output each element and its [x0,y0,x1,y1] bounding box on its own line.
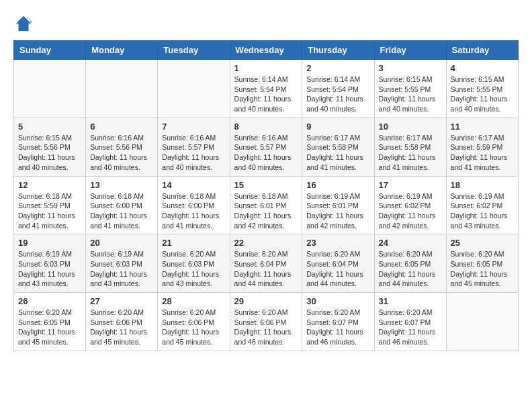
calendar-cell [86,60,158,118]
day-number: 4 [451,63,514,73]
day-info: Sunrise: 6:20 AM Sunset: 6:06 PM Dayligh… [234,308,298,347]
day-number: 15 [234,180,298,190]
day-number: 21 [162,238,225,248]
day-number: 7 [162,122,225,132]
calendar-cell: 23Sunrise: 6:20 AM Sunset: 6:04 PM Dayli… [302,234,374,293]
calendar-table: SundayMondayTuesdayWednesdayThursdayFrid… [13,40,519,351]
day-number: 3 [379,63,442,73]
day-info: Sunrise: 6:18 AM Sunset: 6:01 PM Dayligh… [234,191,298,231]
calendar-cell [446,293,518,351]
calendar-week-row: 19Sunrise: 6:19 AM Sunset: 6:03 PM Dayli… [14,234,519,293]
weekday-header: Monday [86,41,158,60]
day-info: Sunrise: 6:17 AM Sunset: 5:59 PM Dayligh… [451,133,514,173]
calendar-cell: 14Sunrise: 6:18 AM Sunset: 6:00 PM Dayli… [158,176,230,234]
calendar-cell: 1Sunrise: 6:14 AM Sunset: 5:54 PM Daylig… [230,60,302,118]
day-number: 18 [451,180,514,190]
day-info: Sunrise: 6:17 AM Sunset: 5:58 PM Dayligh… [379,133,442,173]
day-number: 19 [18,238,81,248]
day-info: Sunrise: 6:20 AM Sunset: 6:04 PM Dayligh… [306,249,369,289]
day-info: Sunrise: 6:15 AM Sunset: 5:55 PM Dayligh… [379,75,442,114]
day-info: Sunrise: 6:18 AM Sunset: 6:00 PM Dayligh… [162,191,225,231]
day-info: Sunrise: 6:19 AM Sunset: 6:03 PM Dayligh… [90,249,153,289]
calendar-cell: 15Sunrise: 6:18 AM Sunset: 6:01 PM Dayli… [230,176,302,234]
calendar-cell: 26Sunrise: 6:20 AM Sunset: 6:05 PM Dayli… [14,293,86,351]
day-number: 8 [234,122,298,132]
calendar-cell [14,60,86,118]
day-number: 27 [90,296,153,306]
day-number: 6 [90,122,153,132]
day-info: Sunrise: 6:18 AM Sunset: 5:59 PM Dayligh… [18,191,81,231]
calendar-cell: 13Sunrise: 6:18 AM Sunset: 6:00 PM Dayli… [86,176,158,234]
day-number: 20 [90,238,153,248]
calendar-cell: 3Sunrise: 6:15 AM Sunset: 5:55 PM Daylig… [374,60,446,118]
calendar-cell: 30Sunrise: 6:20 AM Sunset: 6:07 PM Dayli… [302,293,374,351]
day-info: Sunrise: 6:20 AM Sunset: 6:06 PM Dayligh… [90,308,153,347]
calendar-week-row: 5Sunrise: 6:15 AM Sunset: 5:56 PM Daylig… [14,118,519,176]
logo-icon [13,13,34,34]
calendar-cell: 16Sunrise: 6:19 AM Sunset: 6:01 PM Dayli… [302,176,374,234]
calendar-cell: 12Sunrise: 6:18 AM Sunset: 5:59 PM Dayli… [14,176,86,234]
weekday-header: Saturday [446,41,518,60]
day-number: 9 [306,122,369,132]
day-number: 30 [306,296,369,306]
day-info: Sunrise: 6:15 AM Sunset: 5:56 PM Dayligh… [18,133,81,173]
day-info: Sunrise: 6:19 AM Sunset: 6:03 PM Dayligh… [18,249,81,289]
day-number: 2 [306,63,369,73]
day-number: 1 [234,63,298,73]
day-info: Sunrise: 6:14 AM Sunset: 5:54 PM Dayligh… [234,75,298,114]
day-info: Sunrise: 6:19 AM Sunset: 6:01 PM Dayligh… [306,191,369,231]
day-number: 13 [90,180,153,190]
calendar-cell: 9Sunrise: 6:17 AM Sunset: 5:58 PM Daylig… [302,118,374,176]
day-info: Sunrise: 6:19 AM Sunset: 6:02 PM Dayligh… [451,191,514,231]
weekday-header: Sunday [14,41,86,60]
day-number: 22 [234,238,298,248]
calendar-cell: 25Sunrise: 6:20 AM Sunset: 6:05 PM Dayli… [446,234,518,293]
calendar-cell: 21Sunrise: 6:20 AM Sunset: 6:03 PM Dayli… [158,234,230,293]
day-info: Sunrise: 6:20 AM Sunset: 6:05 PM Dayligh… [18,308,81,347]
calendar-cell [158,60,230,118]
day-info: Sunrise: 6:16 AM Sunset: 5:57 PM Dayligh… [234,133,298,173]
day-info: Sunrise: 6:20 AM Sunset: 6:07 PM Dayligh… [379,308,442,347]
calendar-week-row: 1Sunrise: 6:14 AM Sunset: 5:54 PM Daylig… [14,60,519,118]
day-info: Sunrise: 6:20 AM Sunset: 6:07 PM Dayligh… [306,308,369,347]
day-info: Sunrise: 6:18 AM Sunset: 6:00 PM Dayligh… [90,191,153,231]
day-info: Sunrise: 6:16 AM Sunset: 5:56 PM Dayligh… [90,133,153,173]
calendar-cell: 24Sunrise: 6:20 AM Sunset: 6:05 PM Dayli… [374,234,446,293]
day-info: Sunrise: 6:20 AM Sunset: 6:05 PM Dayligh… [379,249,442,289]
calendar-week-row: 12Sunrise: 6:18 AM Sunset: 5:59 PM Dayli… [14,176,519,234]
day-number: 11 [451,122,514,132]
calendar-cell: 31Sunrise: 6:20 AM Sunset: 6:07 PM Dayli… [374,293,446,351]
day-number: 14 [162,180,225,190]
calendar-cell: 28Sunrise: 6:20 AM Sunset: 6:06 PM Dayli… [158,293,230,351]
calendar-cell: 19Sunrise: 6:19 AM Sunset: 6:03 PM Dayli… [14,234,86,293]
calendar-cell: 17Sunrise: 6:19 AM Sunset: 6:02 PM Dayli… [374,176,446,234]
day-info: Sunrise: 6:17 AM Sunset: 5:58 PM Dayligh… [306,133,369,173]
calendar-cell: 8Sunrise: 6:16 AM Sunset: 5:57 PM Daylig… [230,118,302,176]
calendar-cell: 10Sunrise: 6:17 AM Sunset: 5:58 PM Dayli… [374,118,446,176]
calendar-cell: 20Sunrise: 6:19 AM Sunset: 6:03 PM Dayli… [86,234,158,293]
day-info: Sunrise: 6:20 AM Sunset: 6:03 PM Dayligh… [162,249,225,289]
day-info: Sunrise: 6:19 AM Sunset: 6:02 PM Dayligh… [379,191,442,231]
calendar-cell: 4Sunrise: 6:15 AM Sunset: 5:55 PM Daylig… [446,60,518,118]
day-info: Sunrise: 6:20 AM Sunset: 6:06 PM Dayligh… [162,308,225,347]
day-info: Sunrise: 6:20 AM Sunset: 6:05 PM Dayligh… [451,249,514,289]
weekday-header: Wednesday [230,41,302,60]
calendar-header-row: SundayMondayTuesdayWednesdayThursdayFrid… [14,41,519,60]
calendar-cell: 27Sunrise: 6:20 AM Sunset: 6:06 PM Dayli… [86,293,158,351]
day-number: 24 [379,238,442,248]
calendar-cell: 2Sunrise: 6:14 AM Sunset: 5:54 PM Daylig… [302,60,374,118]
day-info: Sunrise: 6:15 AM Sunset: 5:55 PM Dayligh… [451,75,514,114]
day-number: 12 [18,180,81,190]
logo [13,13,36,34]
day-number: 31 [379,296,442,306]
day-info: Sunrise: 6:14 AM Sunset: 5:54 PM Dayligh… [306,75,369,114]
calendar-cell: 7Sunrise: 6:16 AM Sunset: 5:57 PM Daylig… [158,118,230,176]
weekday-header: Friday [374,41,446,60]
day-number: 10 [379,122,442,132]
calendar-cell: 18Sunrise: 6:19 AM Sunset: 6:02 PM Dayli… [446,176,518,234]
day-number: 17 [379,180,442,190]
day-number: 28 [162,296,225,306]
day-number: 26 [18,296,81,306]
day-number: 29 [234,296,298,306]
day-info: Sunrise: 6:20 AM Sunset: 6:04 PM Dayligh… [234,249,298,289]
